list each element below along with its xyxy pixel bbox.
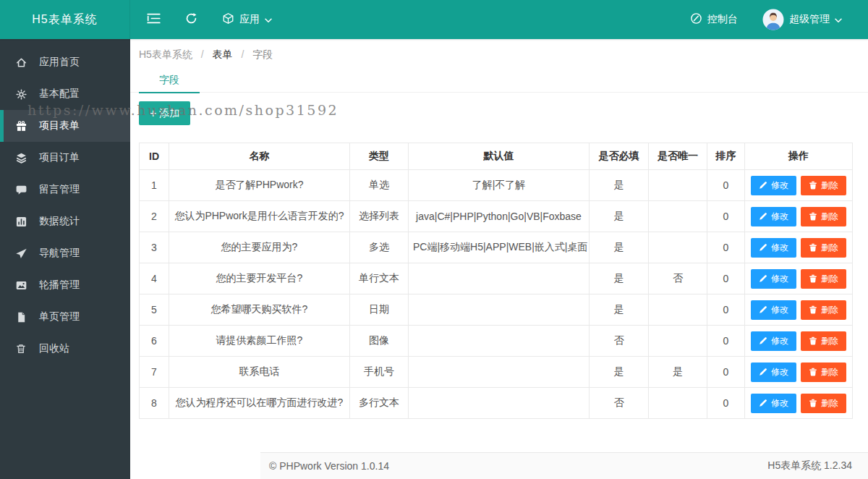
sidebar-item-home[interactable]: 应用首页 (0, 46, 130, 78)
cell-unique (649, 232, 707, 263)
sidebar-item-label: 项目表单 (39, 119, 80, 132)
cell-type: 选择列表 (350, 201, 409, 232)
delete-button[interactable]: 删除 (801, 176, 846, 195)
sidebar-item-gear[interactable]: 基本配置 (0, 78, 130, 110)
pencil-icon (759, 212, 767, 221)
cell-unique (649, 388, 707, 419)
edit-button-label: 修改 (771, 211, 788, 223)
edit-button[interactable]: 修改 (751, 176, 796, 195)
sidebar-item-gift[interactable]: 项目表单 (0, 110, 130, 142)
sidebar-item-layers[interactable]: 项目订单 (0, 142, 130, 174)
sidebar-item-file[interactable]: 单页管理 (0, 301, 130, 333)
cell-default: java|C#|PHP|Python|Go|VB|Foxbase (409, 201, 590, 232)
sidebar-item-label: 应用首页 (39, 56, 80, 69)
top-header: H5表单系统 应用 控制台 (0, 0, 868, 39)
sidebar-item-trash[interactable]: 回收站 (0, 333, 130, 365)
cell-id: 4 (140, 263, 169, 294)
breadcrumb-home-link[interactable]: H5表单系统 (139, 48, 192, 60)
delete-button[interactable]: 删除 (801, 394, 846, 413)
cell-type: 多行文本 (350, 388, 409, 419)
delete-button[interactable]: 删除 (801, 300, 846, 320)
cell-type: 手机号 (350, 357, 409, 388)
trash-icon (809, 274, 817, 283)
delete-button-label: 删除 (821, 366, 838, 378)
app-logo: H5表单系统 (0, 0, 130, 39)
pencil-icon (759, 181, 767, 190)
edit-button[interactable]: 修改 (751, 269, 796, 289)
tab-fields[interactable]: 字段 (139, 67, 200, 93)
edit-button-label: 修改 (771, 179, 788, 192)
cell-required: 是 (590, 232, 649, 263)
cell-name: 您的主要应用为? (169, 232, 350, 263)
cell-id: 8 (140, 388, 169, 419)
plus-icon: + (150, 108, 156, 119)
cell-name: 您认为程序还可以在哪方面进行改进? (169, 388, 350, 419)
gift-icon (14, 119, 27, 132)
app-menu-label: 应用 (239, 13, 260, 26)
breadcrumb-current: 字段 (252, 48, 273, 60)
pencil-icon (759, 368, 767, 376)
column-header: 操作 (745, 143, 853, 170)
breadcrumb-separator: / (241, 48, 244, 60)
cell-default (409, 388, 590, 419)
console-button[interactable]: 控制台 (681, 0, 746, 39)
cell-unique (649, 201, 707, 232)
edit-button-label: 修改 (771, 397, 788, 410)
column-header: ID (140, 143, 169, 170)
layers-icon (14, 151, 27, 164)
edit-button[interactable]: 修改 (751, 363, 796, 382)
sidebar-item-image[interactable]: 轮播管理 (0, 269, 130, 301)
header-nav: 应用 (130, 0, 681, 39)
breadcrumb-form-link[interactable]: 表单 (213, 48, 233, 60)
user-menu[interactable]: 超级管理 (754, 0, 851, 39)
delete-button-label: 删除 (821, 397, 838, 410)
cell-actions: 修改删除 (745, 201, 853, 232)
sidebar-collapse-button[interactable] (135, 0, 173, 39)
comment-icon (14, 183, 27, 196)
cube-icon (222, 12, 234, 27)
cell-type: 多选 (350, 232, 409, 263)
gear-icon (14, 88, 27, 101)
edit-button[interactable]: 修改 (751, 394, 796, 413)
add-button[interactable]: + 添加 (139, 101, 190, 125)
delete-button[interactable]: 删除 (801, 207, 846, 226)
edit-button[interactable]: 修改 (751, 300, 796, 320)
cell-required: 否 (590, 326, 649, 357)
cell-name: 您希望哪天购买软件? (169, 294, 350, 326)
sidebar-item-chart[interactable]: 数据统计 (0, 205, 130, 237)
app-menu[interactable]: 应用 (210, 0, 284, 39)
sidebar-item-plane[interactable]: 导航管理 (0, 237, 130, 269)
delete-button[interactable]: 删除 (801, 269, 846, 289)
refresh-button[interactable] (173, 0, 210, 39)
trash-icon (809, 212, 817, 221)
footer: © PHPwork Version 1.0.14 H5表单系统 1.2.34 (260, 452, 868, 479)
delete-button[interactable]: 删除 (801, 238, 846, 258)
cell-sort: 0 (707, 294, 745, 326)
cell-required: 是 (590, 294, 649, 326)
cell-actions: 修改删除 (745, 388, 853, 419)
table-row: 3您的主要应用为?多选PC端|移动端H5|APP|WEB|嵌入式|桌面是0修改删… (140, 232, 853, 263)
trash-icon (14, 342, 27, 355)
cell-type: 单选 (350, 170, 409, 201)
cell-unique (649, 170, 707, 201)
tab-bar: 字段 (130, 67, 868, 93)
collapse-menu-icon (147, 13, 161, 26)
cell-default: 了解|不了解 (409, 170, 590, 201)
delete-button[interactable]: 删除 (801, 363, 846, 382)
sidebar-item-comment[interactable]: 留言管理 (0, 174, 130, 205)
cell-actions: 修改删除 (745, 294, 853, 326)
table-row: 1是否了解PHPwork?单选了解|不了解是0修改删除 (140, 170, 853, 201)
trash-icon (809, 336, 817, 345)
edit-button[interactable]: 修改 (751, 331, 796, 351)
cell-id: 6 (140, 326, 169, 357)
gauge-icon (690, 12, 702, 27)
cell-sort: 0 (707, 357, 745, 388)
avatar (762, 9, 784, 30)
trash-icon (809, 243, 817, 252)
delete-button[interactable]: 删除 (801, 331, 846, 351)
edit-button[interactable]: 修改 (751, 238, 796, 258)
delete-button-label: 删除 (821, 179, 838, 192)
edit-button[interactable]: 修改 (751, 207, 796, 226)
cell-default (409, 263, 590, 294)
table-body: 1是否了解PHPwork?单选了解|不了解是0修改删除2您认为PHPwork是用… (140, 170, 853, 419)
